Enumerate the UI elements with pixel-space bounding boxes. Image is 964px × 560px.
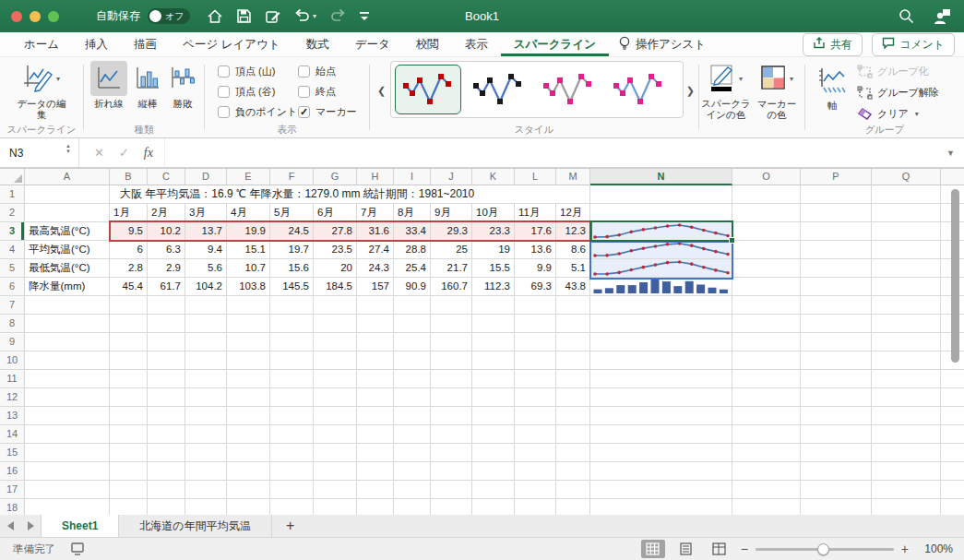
cell[interactable] (556, 388, 590, 407)
cell[interactable] (270, 315, 314, 333)
line-sparkline-button[interactable]: 折れ線 (89, 61, 129, 109)
cell-N5-sparkline[interactable] (590, 259, 732, 278)
cell[interactable] (872, 333, 941, 351)
cell-N4-sparkline[interactable] (590, 241, 732, 259)
cell-month-11月[interactable]: 11月 (515, 204, 556, 222)
sheet-tab-hokkaido[interactable]: 北海道の年間平均気温 (119, 515, 271, 537)
cell[interactable] (148, 351, 185, 370)
cell-month-4月[interactable]: 4月 (227, 204, 270, 222)
cell[interactable] (314, 499, 357, 515)
cell[interactable] (556, 425, 590, 444)
vertical-scrollbar[interactable] (951, 189, 959, 363)
gallery-next-icon[interactable]: ❯ (686, 85, 695, 97)
cell-value[interactable]: 8.6 (556, 241, 590, 259)
cell[interactable] (25, 296, 110, 315)
cell[interactable] (394, 481, 431, 499)
cell-value[interactable]: 13.7 (185, 222, 227, 241)
cell-B1-title[interactable]: 大阪 年平均気温：16.9 ℃ 年降水量：1279.0 mm 統計期間：1981… (110, 185, 590, 204)
cell-N1[interactable] (590, 185, 732, 204)
cell[interactable] (357, 407, 394, 425)
tab-表示[interactable]: 表示 (452, 32, 501, 56)
cell[interactable] (357, 333, 394, 351)
cell-value[interactable]: 17.6 (515, 222, 556, 241)
column-header-N[interactable]: N (590, 169, 732, 185)
cell-P1[interactable] (801, 185, 872, 204)
cell[interactable] (732, 333, 801, 351)
column-header-P[interactable]: P (801, 169, 872, 185)
edit-icon[interactable] (265, 8, 281, 25)
cell-value[interactable]: 25 (431, 241, 472, 259)
cell-value[interactable]: 145.5 (270, 278, 314, 296)
cell[interactable] (148, 333, 185, 351)
cell[interactable] (394, 388, 431, 407)
winloss-sparkline-button[interactable]: 勝敗 (165, 61, 200, 109)
cell-O6[interactable] (732, 278, 801, 296)
cell[interactable] (732, 425, 801, 444)
cell[interactable] (270, 351, 314, 370)
cell-month-1月[interactable]: 1月 (110, 204, 148, 222)
cell[interactable] (148, 315, 185, 333)
sparkline-style-1[interactable] (395, 65, 461, 114)
tab-ページ レイアウト[interactable]: ページ レイアウト (170, 32, 293, 56)
cell-A2[interactable] (25, 204, 110, 222)
cell-month-6月[interactable]: 6月 (314, 204, 357, 222)
cell-month-2月[interactable]: 2月 (148, 204, 185, 222)
cell[interactable] (872, 462, 941, 481)
cell[interactable] (872, 296, 941, 315)
cell[interactable] (801, 296, 872, 315)
add-sheet-button[interactable]: + (272, 515, 309, 537)
page-layout-view-button[interactable] (674, 540, 698, 558)
cell[interactable] (227, 370, 270, 388)
cell[interactable] (732, 407, 801, 425)
cell[interactable] (590, 425, 732, 444)
cell-P2[interactable] (801, 204, 872, 222)
cell[interactable] (185, 296, 227, 315)
cell[interactable] (25, 388, 110, 407)
row-header-5[interactable]: 5 (0, 259, 25, 278)
cell[interactable] (556, 444, 590, 462)
cell-P3[interactable] (801, 222, 872, 241)
cell[interactable] (872, 444, 941, 462)
cell[interactable] (25, 499, 110, 515)
cell[interactable] (185, 370, 227, 388)
checkbox-last-point[interactable]: 終点 (298, 85, 336, 99)
close-window-button[interactable] (11, 11, 22, 22)
cell[interactable] (472, 296, 515, 315)
cell[interactable] (227, 499, 270, 515)
cell[interactable] (394, 333, 431, 351)
column-header-K[interactable]: K (472, 169, 515, 185)
cell[interactable] (185, 499, 227, 515)
row-header-4[interactable]: 4 (0, 241, 25, 259)
cell[interactable] (25, 407, 110, 425)
cell-value[interactable]: 9.9 (515, 259, 556, 278)
cell[interactable] (590, 351, 732, 370)
sparkline-style-2[interactable] (465, 65, 531, 114)
cell-value[interactable]: 21.7 (431, 259, 472, 278)
axis-button[interactable]: 軸 (813, 63, 851, 111)
cell-value[interactable]: 43.8 (556, 278, 590, 296)
cell-value[interactable]: 12.3 (556, 222, 590, 241)
name-box[interactable]: N3 ▲▼ (0, 138, 79, 167)
maximize-window-button[interactable] (48, 11, 59, 22)
cell[interactable] (227, 481, 270, 499)
cell[interactable] (732, 499, 801, 515)
cell-value[interactable]: 29.3 (431, 222, 472, 241)
cell-value[interactable]: 9.4 (185, 241, 227, 259)
cell[interactable] (590, 388, 732, 407)
cell[interactable] (515, 333, 556, 351)
cell-value[interactable]: 6.3 (148, 241, 185, 259)
row-header-2[interactable]: 2 (0, 204, 25, 222)
cell-O1[interactable] (732, 185, 801, 204)
cell[interactable] (472, 351, 515, 370)
cell[interactable] (556, 481, 590, 499)
cell[interactable] (270, 481, 314, 499)
cell[interactable] (515, 351, 556, 370)
formula-input[interactable] (164, 138, 946, 167)
row-header-7[interactable]: 7 (0, 296, 25, 315)
tab-数式[interactable]: 数式 (293, 32, 342, 56)
cell-value[interactable]: 112.3 (472, 278, 515, 296)
cell[interactable] (357, 444, 394, 462)
column-header-I[interactable]: I (394, 169, 431, 185)
row-header-6[interactable]: 6 (0, 278, 25, 296)
cell[interactable] (394, 425, 431, 444)
